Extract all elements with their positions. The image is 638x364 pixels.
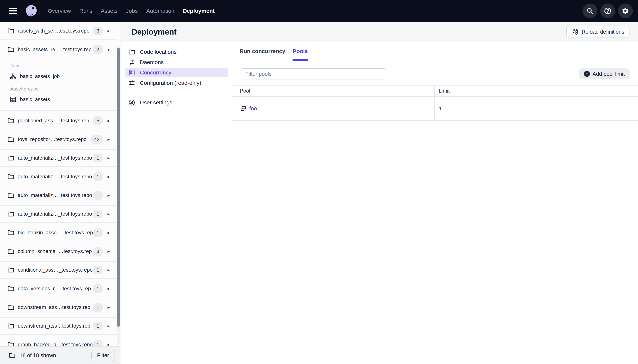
folder-icon [7,248,15,255]
folder-icon [7,266,15,274]
folder-icon [7,136,15,143]
pools-toolbar: + Add pool limit [233,68,638,80]
code-location-item[interactable]: conditional_ass…_test.toys.repo1▸ [0,262,117,278]
chevron-right-icon[interactable]: ▸ [105,342,112,346]
chevron-right-icon[interactable]: ▸ [105,118,112,123]
nav-item-jobs[interactable]: Jobs [126,8,138,14]
add-pool-limit-label: Add pool limit [592,71,625,77]
settings-nav-user-settings[interactable]: User settings [125,98,228,107]
code-location-label: auto_materializ…_test.toys.repo [18,192,93,198]
chevron-right-icon[interactable]: ▸ [105,28,112,34]
settings-nav-label: User settings [140,100,172,106]
chevron-right-icon[interactable]: ▸ [105,305,112,310]
code-location-label: downstream_ass…test.toys.rep [18,323,93,329]
add-pool-limit-button[interactable]: + Add pool limit [579,68,629,80]
folder-icon [7,46,15,53]
chevron-right-icon[interactable]: ▸ [105,249,112,254]
chevron-right-icon[interactable]: ▸ [105,156,112,160]
settings-nav-code-locations[interactable]: Code locations [125,47,228,57]
tab-run-concurrency[interactable]: Run concurrency [240,42,285,60]
settings-button[interactable] [618,4,633,18]
asset-count-badge: 2 [93,45,103,54]
code-location-item[interactable]: auto_materializ…_test.toys.repo1▸ [0,150,117,166]
chevron-right-icon[interactable]: ▸ [105,174,112,179]
page-header: Deployment Reload definitions [121,22,638,42]
filter-pools-input[interactable] [240,68,387,80]
asset-group-icon [10,96,17,103]
asset-count-badge: 3 [93,26,103,35]
nav-item-deployment[interactable]: Deployment [183,8,215,14]
code-location-label: basic_assets_re…_test.toys.rep [18,46,93,52]
folder-icon [7,173,15,180]
hamburger-menu-icon[interactable] [9,8,17,14]
code-location-item[interactable]: auto_materializ…_test.toys.repo1▸ [0,168,117,185]
code-location-label: auto_materializ…_test.toys.repo [18,174,93,180]
chevron-right-icon[interactable]: ▸ [105,212,112,216]
chevron-down-icon[interactable]: ▾ [105,47,112,52]
asset-count-badge: 3 [93,247,103,256]
chevron-right-icon[interactable]: ▸ [105,193,112,198]
folder-icon [7,285,15,292]
chevron-right-icon[interactable]: ▸ [105,323,112,328]
tab-pools[interactable]: Pools [293,42,308,60]
settings-nav-label: Concurrency [140,70,171,76]
help-button[interactable] [600,4,615,18]
asset-group-item[interactable]: basic_assets [0,94,117,105]
code-location-label: toys_repositor…test.toys.repo [18,136,91,142]
deployment-settings-nav: Code locations Daemons Concurrency Confi… [121,42,233,364]
code-location-item[interactable]: downstream_ass…test.toys.rep1▸ [0,299,117,316]
code-location-item[interactable]: downstream_ass…test.toys.rep1▸ [0,318,117,334]
settings-nav-daemons[interactable]: Daemons [125,58,228,67]
folder-icon [7,154,15,162]
folder-icon [7,117,15,124]
settings-nav-concurrency[interactable]: Concurrency [125,68,228,78]
concurrency-tabs: Run concurrency Pools [233,42,638,60]
settings-nav-configuration[interactable]: Configuration (read-only) [125,78,228,88]
code-location-list: assets_with_se…test.toys.repo 3 ▸ basic_… [0,22,117,346]
code-location-item[interactable]: toys_repositor…test.toys.repo42▸ [0,131,117,148]
filter-button[interactable]: Filter [91,350,115,361]
chevron-right-icon[interactable]: ▸ [105,230,112,235]
scrollbar-thumb[interactable] [117,48,120,327]
table-header-row: Pool Limit [233,85,638,97]
reload-definitions-icon [572,28,579,36]
table-row: foo 1 [233,97,638,121]
help-icon [604,7,611,15]
code-location-item[interactable]: graph_backed_a…test.toys.repo1▸ [0,336,117,346]
pool-link-foo[interactable]: foo [250,106,257,112]
code-location-item[interactable]: assets_with_se…test.toys.repo 3 ▸ [0,22,117,39]
reload-definitions-button[interactable]: Reload definitions [566,26,629,38]
search-button[interactable] [582,4,597,18]
chevron-right-icon[interactable]: ▸ [105,137,112,142]
plus-icon: + [584,71,590,77]
asset-count-badge: 1 [93,191,103,200]
code-location-label: conditional_ass…_test.toys.repo [18,267,93,273]
nav-item-automation[interactable]: Automation [146,8,174,14]
asset-count-badge: 1 [93,303,103,312]
sidebar-scrollbar[interactable] [117,46,120,345]
code-location-item[interactable]: basic_assets_re…_test.toys.rep 2 ▾ [0,41,117,58]
folder-icon [7,322,15,330]
nav-divider [125,92,228,93]
code-location-item[interactable]: big_honkin_asse…_test.toys.rep1▸ [0,224,117,241]
nav-item-assets[interactable]: Assets [101,8,117,14]
nav-item-overview[interactable]: Overview [48,8,71,14]
asset-count-badge: 1 [93,172,103,181]
dagster-logo-icon[interactable] [24,4,39,18]
code-location-item[interactable]: auto_materializ…_test.toys.repo1▸ [0,187,117,204]
code-location-item[interactable]: auto_materializ…_test.toys.repo1▸ [0,206,117,222]
asset-sidebar: assets_with_se…test.toys.repo 3 ▸ basic_… [0,22,120,364]
job-item[interactable]: basic_assets_job [0,70,117,82]
asset-count-badge: 1 [93,228,103,237]
code-location-item[interactable]: partitioned_ass…_test.toys.rep5▸ [0,112,117,129]
chevron-right-icon[interactable]: ▸ [105,286,112,291]
gear-icon [621,7,629,15]
pool-copies-icon [240,105,247,112]
folder-icon [7,341,15,346]
code-location-item[interactable]: data_versions_r…_test.toys.rep1▸ [0,280,117,297]
chevron-right-icon[interactable]: ▸ [105,267,112,272]
code-location-item[interactable]: column_schema_…test.toys.rep3▸ [0,243,117,260]
nav-item-runs[interactable]: Runs [79,8,92,14]
folder-icon [7,27,15,34]
asset-group-label: basic_assets [20,96,50,102]
